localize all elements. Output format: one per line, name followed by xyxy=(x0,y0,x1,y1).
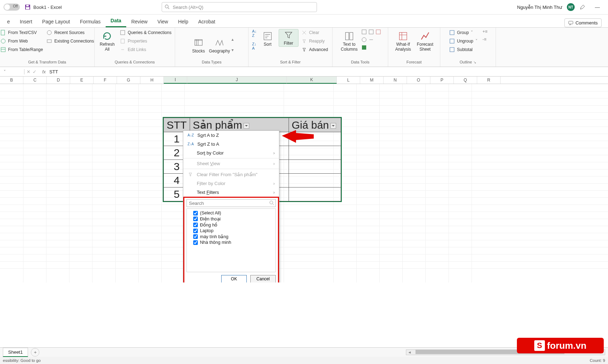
whatif-button[interactable]: What-If Analysis xyxy=(393,29,413,52)
sheet-view: Sheet View› xyxy=(183,159,279,168)
stocks-button[interactable]: Stocks xyxy=(190,36,207,54)
filter-checklist[interactable]: (Select All) Điện thoại Đồng hồ Laptop m… xyxy=(186,208,276,272)
tab-formulas[interactable]: Formulas xyxy=(75,17,105,27)
outline-launcher-icon[interactable]: ↘ xyxy=(473,60,476,64)
relations-icon[interactable] xyxy=(368,37,374,43)
spreadsheet-grid[interactable]: STT Sản phẩm Giá bán 1 2 3 4 5 A↓Z Sort … xyxy=(0,84,608,282)
queries-icon xyxy=(120,30,125,35)
name-box[interactable]: ˅ xyxy=(1,69,24,74)
forecast-icon xyxy=(420,31,430,41)
links-icon xyxy=(120,47,125,52)
reapply-filter: Reapply xyxy=(301,38,329,45)
ungroup-rows[interactable]: Ungroup ˅ xyxy=(448,38,478,45)
formula-value[interactable]: STT xyxy=(49,69,58,74)
connection-icon xyxy=(46,38,52,44)
text-filters[interactable]: Text Filters› xyxy=(183,188,279,197)
autosave-off-label: Off xyxy=(13,4,18,8)
header-giaban[interactable]: Giá bán xyxy=(289,118,341,132)
existing-connections[interactable]: Existing Connections xyxy=(46,38,95,45)
outline-expand-icon[interactable]: +≡ xyxy=(483,29,487,34)
forecast-sheet-button[interactable]: Forecast Sheet xyxy=(415,29,435,52)
minimize-button[interactable]: — xyxy=(590,4,604,10)
sort-by-color[interactable]: Sort by Color› xyxy=(183,149,279,157)
chk-option[interactable] xyxy=(193,217,198,221)
header-stt[interactable]: STT xyxy=(164,118,190,132)
search-input[interactable]: Search (Alt+Q) xyxy=(162,2,317,12)
tab-insert[interactable]: Insert xyxy=(15,17,37,27)
geography-icon xyxy=(214,38,224,48)
types-down-icon[interactable]: ▾ xyxy=(232,47,234,52)
from-table-range[interactable]: From Table/Range xyxy=(0,46,44,53)
recent-sources[interactable]: Recent Sources xyxy=(46,29,95,36)
accept-formula-icon[interactable]: ✓ xyxy=(33,69,37,74)
save-icon[interactable] xyxy=(25,4,30,10)
tab-data[interactable]: Data xyxy=(106,16,126,27)
chk-option[interactable] xyxy=(193,229,198,233)
header-sanpham[interactable]: Sản phẩm xyxy=(190,118,289,132)
chk-option[interactable] xyxy=(193,223,198,227)
filter-by-color: Filter by Color› xyxy=(183,179,279,188)
tab-help[interactable]: Help xyxy=(173,17,193,27)
column-headers[interactable]: B C D E F G H I J K L M N O P Q R xyxy=(0,77,608,84)
comments-button[interactable]: Comments xyxy=(564,18,602,27)
sort-az-icon[interactable]: A↓Z xyxy=(252,29,257,38)
group-rows[interactable]: Group ˅ xyxy=(448,29,478,36)
group-queries: Queries & Connections xyxy=(115,60,155,65)
tab-acrobat[interactable]: Acrobat xyxy=(193,17,220,27)
svg-rect-6 xyxy=(1,30,5,35)
svg-line-4 xyxy=(168,8,169,9)
outline-collapse-icon[interactable]: -≡ xyxy=(483,37,487,42)
comments-label: Comments xyxy=(575,20,598,26)
tab-page-layout[interactable]: Page Layout xyxy=(37,17,75,27)
filter-toggle-giaban[interactable] xyxy=(330,123,336,129)
flashfill-icon[interactable] xyxy=(361,29,367,35)
filter-search-input[interactable] xyxy=(186,199,276,207)
svg-rect-20 xyxy=(376,30,380,34)
datamodel-icon[interactable] xyxy=(361,45,367,50)
svg-rect-22 xyxy=(362,45,366,50)
svg-rect-8 xyxy=(1,47,5,52)
sort-a-to-z[interactable]: A↓Z Sort A to Z xyxy=(183,131,279,140)
t2c-icon xyxy=(344,31,354,41)
pen-icon[interactable] xyxy=(580,4,585,10)
advanced-filter[interactable]: Advanced xyxy=(301,46,329,53)
sort-za-icon[interactable]: Z↓A xyxy=(252,42,257,50)
from-web[interactable]: From Web xyxy=(0,38,44,45)
user-avatar[interactable]: NT xyxy=(567,3,575,11)
fx-icon[interactable]: fx xyxy=(42,69,46,74)
tab-view[interactable]: View xyxy=(152,17,173,27)
chk-option[interactable] xyxy=(193,234,198,239)
chk-option[interactable] xyxy=(193,240,198,245)
sort-icon xyxy=(263,31,273,41)
tab-home-partial[interactable]: e xyxy=(2,17,15,27)
from-text-csv[interactable]: From Text/CSV xyxy=(0,29,44,36)
remove-dup-icon[interactable] xyxy=(368,29,374,35)
group-data-types: Data Types xyxy=(202,60,221,65)
autosave-toggle[interactable]: Off xyxy=(4,4,20,11)
validation-icon[interactable] xyxy=(361,37,367,43)
ok-button[interactable]: OK xyxy=(221,275,247,282)
svg-rect-13 xyxy=(121,39,124,43)
filter-toggle-sanpham[interactable] xyxy=(244,123,249,129)
sort-z-to-a[interactable]: Z↓A Sort Z to A xyxy=(183,140,279,149)
svg-point-10 xyxy=(47,30,51,35)
svg-rect-11 xyxy=(47,40,51,43)
consolidate-icon[interactable] xyxy=(375,29,381,35)
text-to-columns[interactable]: Text to Columns xyxy=(339,29,359,52)
svg-rect-24 xyxy=(450,30,454,35)
group-sort-filter: Sort & Filter xyxy=(280,60,301,65)
refresh-all-button[interactable]: Refresh All xyxy=(97,29,117,52)
subtotal[interactable]: Subtotal xyxy=(448,46,478,53)
clear-filter-icon xyxy=(188,172,193,177)
queries-connections[interactable]: Queries & Connections xyxy=(119,29,172,36)
filter-button[interactable]: Filter xyxy=(279,29,299,47)
tab-review[interactable]: Review xyxy=(126,17,152,27)
geography-button[interactable]: Geography xyxy=(210,36,229,54)
clear-filter: Clear xyxy=(301,29,329,36)
cancel-button[interactable]: Cancel xyxy=(250,275,276,282)
group-forecast: Forecast xyxy=(407,60,422,65)
chk-select-all[interactable] xyxy=(193,211,198,215)
types-up-icon[interactable]: ▴ xyxy=(232,37,234,42)
sort-button[interactable]: Sort xyxy=(259,29,277,47)
cancel-formula-icon[interactable]: ✕ xyxy=(27,69,30,74)
